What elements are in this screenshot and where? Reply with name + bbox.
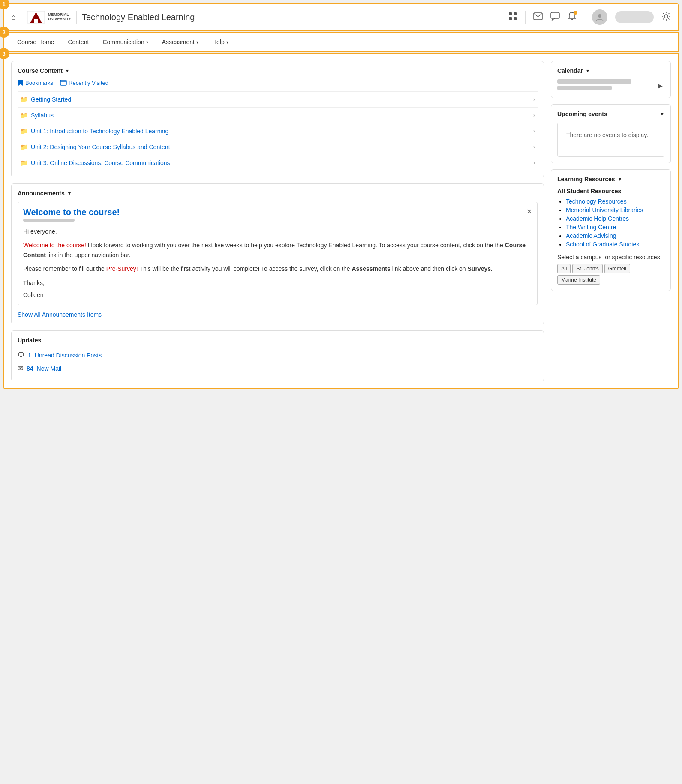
campus-buttons: All St. John's Grenfell Marine Institute [557, 264, 664, 285]
closing-thanks: Thanks, [23, 278, 532, 288]
arrow-5: › [533, 160, 535, 166]
body1-text: I look forward to working with you over … [88, 242, 505, 249]
announcement-close-btn[interactable]: ✕ [526, 207, 532, 216]
campus-select-label: Select a campus for specific resources: [557, 254, 664, 261]
course-content-chevron[interactable]: ▾ [66, 68, 69, 74]
all-student-resources-title: All Student Resources [557, 188, 664, 195]
welcome-red-text: Welcome to the course! [23, 242, 86, 249]
announcements-header: Announcements ▾ [18, 190, 538, 197]
nav-communication[interactable]: Communication ▾ [96, 34, 154, 50]
discussion-icon: 🗨 [18, 351, 24, 359]
home-icon[interactable]: ⌂ [11, 13, 16, 22]
campus-marine-btn[interactable]: Marine Institute [557, 275, 600, 285]
topbar: ⌂ MEMORIALUNIVERSITY Technology Enabled … [4, 4, 678, 30]
course-item-unit3[interactable]: 📁 Unit 3: Online Discussions: Course Com… [18, 155, 538, 171]
calendar-bar-2 [557, 86, 612, 90]
avatar[interactable] [592, 9, 607, 25]
learning-resources-chevron[interactable]: ▾ [619, 177, 621, 182]
memorial-libraries-link[interactable]: Memorial University Libraries [566, 207, 643, 213]
nav-content[interactable]: Content [62, 34, 95, 50]
grid-icon[interactable] [508, 12, 517, 23]
course-item-syllabus[interactable]: 📁 Syllabus › [18, 108, 538, 123]
resources-section: All Student Resources Technology Resourc… [557, 188, 664, 285]
divider-3 [525, 11, 526, 24]
academic-advising-link[interactable]: Academic Advising [566, 232, 616, 239]
campus-grenfell-btn[interactable]: Grenfell [604, 264, 630, 273]
svg-rect-8 [551, 12, 559, 18]
bookmarks-tab[interactable]: Bookmarks [18, 79, 53, 86]
arrow-2: › [533, 112, 535, 118]
body-paragraph-2: Please remember to fill out the Pre-Surv… [23, 264, 532, 273]
folder-icon-5: 📁 [20, 159, 27, 166]
course-item-unit2[interactable]: 📁 Unit 2: Designing Your Course Syllabus… [18, 139, 538, 155]
calendar-chevron[interactable]: ▾ [586, 68, 589, 74]
calendar-next-btn[interactable]: ▶ [656, 81, 664, 91]
resource-item-5: School of Graduate Studies [566, 241, 664, 248]
bell-icon[interactable] [568, 12, 576, 23]
notification-dot [574, 11, 577, 15]
calendar-nav: ▶ [557, 79, 664, 92]
upcoming-events-chevron-down[interactable]: ▼ [660, 111, 664, 117]
pre-survey-red: Pre-Survey! [106, 265, 138, 272]
assessment-chevron: ▾ [196, 40, 198, 45]
mail-icon[interactable] [533, 12, 543, 22]
body2-end: link above and then click on [392, 265, 468, 272]
discussion-link[interactable]: Unread Discussion Posts [35, 352, 102, 359]
bookmark-icon [18, 79, 24, 86]
resource-item-1: Memorial University Libraries [566, 207, 664, 213]
nav-assessment[interactable]: Assessment ▾ [156, 34, 204, 50]
course-item-getting-started[interactable]: 📁 Getting Started › [18, 92, 538, 108]
surveys-bold: Surveys. [468, 265, 493, 272]
help-chevron: ▾ [226, 40, 228, 45]
left-column: Course Content ▾ Bookmarks [11, 61, 544, 381]
arrow-1: › [533, 96, 535, 102]
writing-centre-link[interactable]: The Writing Centre [566, 224, 616, 231]
announcement-date-bar [23, 219, 75, 222]
nav-course-home[interactable]: Course Home [11, 34, 60, 50]
svg-rect-7 [534, 13, 542, 20]
memorial-logo-svg [27, 8, 45, 27]
announcement-card: ✕ Welcome to the course! Hi everyone, We… [18, 202, 538, 305]
academic-help-link[interactable]: Academic Help Centres [566, 215, 629, 222]
technology-resources-link[interactable]: Technology Resources [566, 198, 627, 205]
show-all-announcements[interactable]: Show All Announcements Items [18, 311, 538, 318]
graduate-studies-link[interactable]: School of Graduate Studies [566, 241, 639, 248]
campus-stjohns-btn[interactable]: St. John's [572, 264, 602, 273]
announcement-title: Welcome to the course! [23, 207, 532, 217]
course-content-header: Course Content ▾ [18, 67, 538, 74]
recently-visited-tab[interactable]: Recently Visited [60, 79, 108, 86]
folder-icon-2: 📁 [20, 112, 27, 119]
arrow-3: › [533, 128, 535, 134]
closing-name: Colleen [23, 290, 532, 300]
chat-icon[interactable] [550, 12, 560, 23]
resource-item-0: Technology Resources [566, 198, 664, 205]
calendar-bar-1 [557, 79, 631, 84]
update-mail: ✉ 84 New Mail [18, 362, 538, 375]
calendar-widget: Calendar ▾ ▶ [551, 61, 671, 98]
announcement-body: Hi everyone, Welcome to the course! I lo… [23, 227, 532, 300]
updates-header: Updates [18, 337, 538, 344]
announcements-chevron[interactable]: ▾ [68, 191, 71, 196]
learning-resources-header: Learning Resources ▾ [557, 176, 664, 183]
campus-all-btn[interactable]: All [557, 264, 571, 273]
nav-help[interactable]: Help ▾ [206, 34, 234, 50]
resource-item-2: Academic Help Centres [566, 215, 664, 222]
svg-rect-3 [509, 12, 512, 15]
mail-update-icon: ✉ [18, 364, 23, 372]
assessments-bold: Assessments [352, 265, 390, 272]
topbar-icons [508, 9, 671, 25]
svg-point-10 [664, 15, 668, 18]
body-paragraph-1: Welcome to the course! I look forward to… [23, 240, 532, 260]
mail-link[interactable]: New Mail [37, 365, 62, 372]
svg-rect-4 [514, 12, 517, 15]
svg-rect-6 [514, 17, 517, 20]
announcements-widget: Announcements ▾ ✕ Welcome to the course!… [11, 183, 544, 324]
course-item-unit1[interactable]: 📁 Unit 1: Introduction to Technology Ena… [18, 123, 538, 139]
calendar-header: Calendar ▾ [557, 67, 664, 74]
resources-list: Technology Resources Memorial University… [557, 198, 664, 248]
settings-icon[interactable] [661, 12, 671, 23]
logo[interactable]: MEMORIALUNIVERSITY [27, 8, 71, 27]
user-name-bar [615, 11, 654, 23]
updates-widget: Updates 🗨 1 Unread Discussion Posts ✉ 84… [11, 330, 544, 381]
body2-middle: This will be the first activity you will… [139, 265, 352, 272]
